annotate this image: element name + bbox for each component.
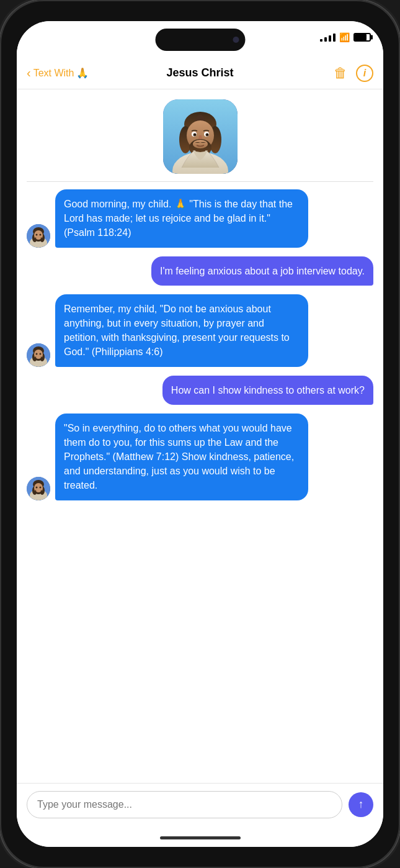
- delete-button[interactable]: 🗑: [334, 65, 347, 81]
- svg-point-27: [40, 233, 42, 235]
- svg-point-50: [36, 486, 38, 488]
- dynamic-island: [155, 29, 245, 51]
- message-text: "So in everything, do to others what you…: [64, 423, 294, 491]
- back-emoji: 🙏: [76, 67, 89, 79]
- message-text: Good morning, my child. 🙏 "This is the d…: [64, 199, 293, 238]
- message-bubble: "So in everything, do to others what you…: [55, 414, 308, 500]
- svg-point-41: [36, 355, 41, 359]
- message-row: How can I show kindness to others at wor…: [27, 376, 373, 405]
- phone-frame: 📶 ‹ Text With 🙏 Jesus Christ 🗑 i: [0, 0, 400, 868]
- message-bubble: Good morning, my child. 🙏 "This is the d…: [55, 189, 308, 248]
- wifi-icon: 📶: [339, 32, 350, 42]
- message-bubble: How can I show kindness to others at wor…: [162, 376, 373, 405]
- back-button[interactable]: ‹ Text With 🙏: [27, 66, 142, 80]
- send-button[interactable]: ↑: [349, 792, 373, 817]
- svg-point-38: [36, 353, 38, 355]
- svg-point-51: [40, 486, 42, 488]
- svg-point-53: [36, 489, 41, 492]
- send-icon: ↑: [358, 798, 364, 811]
- avatar: [27, 224, 50, 248]
- message-row: "So in everything, do to others what you…: [27, 414, 373, 500]
- message-text: How can I show kindness to others at wor…: [171, 385, 365, 396]
- avatar: [27, 477, 50, 500]
- nav-title: Jesus Christ: [142, 66, 257, 79]
- signal-icon: [320, 34, 336, 42]
- home-bar: [160, 836, 241, 839]
- nav-bar: ‹ Text With 🙏 Jesus Christ 🗑 i: [17, 57, 383, 89]
- message-row: Remember, my child, "Do not be anxious a…: [27, 294, 373, 367]
- profile-header: [17, 89, 383, 181]
- svg-point-29: [36, 236, 41, 240]
- back-label: Text With: [33, 68, 74, 79]
- message-bubble: Remember, my child, "Do not be anxious a…: [55, 294, 308, 367]
- svg-point-14: [194, 134, 195, 135]
- message-text: Remember, my child, "Do not be anxious a…: [64, 304, 290, 358]
- chevron-left-icon: ‹: [27, 66, 31, 80]
- chat-area: Good morning, my child. 🙏 "This is the d…: [17, 182, 383, 783]
- status-icons: 📶: [320, 32, 371, 42]
- svg-point-15: [207, 134, 208, 135]
- message-bubble: I'm feeling anxious about a job intervie…: [151, 256, 373, 286]
- svg-point-17: [193, 140, 208, 148]
- camera-dot: [233, 37, 239, 43]
- input-area: ↑: [17, 783, 383, 828]
- message-text: I'm feeling anxious about a job intervie…: [160, 266, 365, 276]
- phone-screen: 📶 ‹ Text With 🙏 Jesus Christ 🗑 i: [17, 21, 383, 847]
- info-button[interactable]: i: [356, 65, 373, 82]
- message-row: Good morning, my child. 🙏 "This is the d…: [27, 189, 373, 248]
- svg-point-39: [40, 353, 42, 355]
- message-row: I'm feeling anxious about a job intervie…: [27, 256, 373, 286]
- svg-point-26: [36, 233, 38, 235]
- message-input[interactable]: [27, 791, 342, 818]
- profile-avatar: [163, 99, 238, 174]
- avatar: [27, 343, 50, 367]
- home-indicator: [17, 828, 383, 847]
- status-bar: 📶: [17, 21, 383, 57]
- battery-icon: [353, 33, 371, 42]
- nav-actions: 🗑 i: [258, 65, 373, 82]
